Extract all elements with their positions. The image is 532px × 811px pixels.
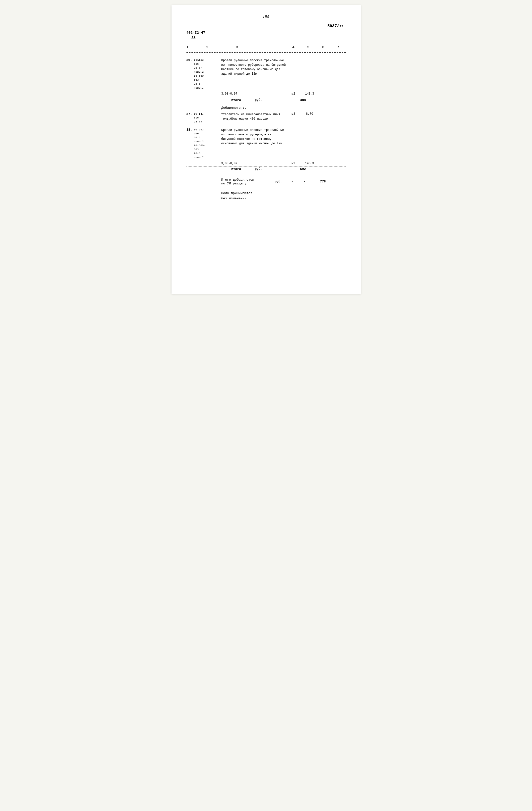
document-page: - 156 - 5937/ii 402-I2-47 II I 2 3 4 5 6… (171, 5, 361, 294)
header-bottom-dashed (186, 52, 346, 53)
entry-37-number: 37. (186, 112, 194, 124)
header-col5: 5 (301, 45, 316, 49)
entry-38-formula-qty: 145,3 (301, 162, 318, 165)
entry-38-unit (286, 128, 301, 160)
entry-37-c6 (318, 112, 331, 124)
entry-36-empty1 (318, 92, 331, 95)
itogo-dobavl-unit: руб. (271, 180, 286, 183)
entry-36-formula-qty: 143,3 (301, 92, 318, 95)
entry-37-code: I9-I4III628-7и (194, 112, 221, 124)
footnote: Полы принимаютсябез изменений (221, 191, 346, 201)
table-header-row: I 2 3 4 5 6 7 (186, 44, 346, 51)
entry-36-formula-indent (186, 92, 221, 95)
entry-36-itogo-dash2: - (278, 98, 291, 102)
entry-37: 37. I9-I4III628-7и Утеплитель из минерал… (186, 112, 346, 124)
entry-38-qty (301, 128, 318, 160)
entry-38-number: 38. (186, 128, 194, 160)
header-col7: 7 (331, 45, 346, 49)
entry-36-unit (286, 58, 301, 90)
entry-38-formula-unit: м2 (286, 162, 301, 165)
entry-38-desc: Кровли рулонные плоские трехслойные из г… (221, 128, 286, 160)
ref-code: 402-I2-47 (186, 31, 346, 35)
itogo-dobavl-val: 778 (311, 180, 326, 183)
doc-number: 5937/ii (186, 24, 346, 28)
entry-38-formula-row: 3,08-0,07 м2 145,3 (186, 162, 346, 165)
entry-37-main: 37. I9-I4III628-7и Утеплитель из минерал… (186, 112, 346, 124)
entry-36-c7 (331, 58, 346, 90)
entry-36-itogo-val: 388 (291, 98, 306, 102)
entry-38-itogo-dash2: - (278, 167, 291, 171)
entry-37-desc: Утеплитель из минераловатных плит толщ.6… (221, 112, 286, 124)
entry-38-formula-indent (186, 162, 221, 165)
entry-36-formula-row: 3,08-0,07 м2 143,3 (186, 92, 346, 95)
entry-37-c7 (331, 112, 346, 124)
entry-37-unit: м3 (286, 112, 301, 124)
entry-36-separator (186, 97, 346, 97)
itogo-dobavl-label: Итого добавляетсяпо УИ разделу (221, 178, 271, 185)
entry-36-formula-unit: м2 (286, 92, 301, 95)
entry-38-itogo: Итого руб. - - 692 (186, 167, 346, 171)
entry-38-itogo-val: 692 (291, 167, 306, 171)
entry-36-itogo: Итого руб. - - 388 (186, 98, 346, 102)
itogo-dobavl-row: Итого добавляетсяпо УИ разделу руб. - - … (186, 178, 346, 185)
entry-38-itogo-unit: руб. (251, 167, 266, 171)
header-col6: 6 (316, 45, 331, 49)
entry-37-qty: 8,70 (301, 112, 318, 124)
entry-36-formula: 3,08-0,07 (221, 92, 286, 95)
entry-36-itogo-unit: руб. (251, 98, 266, 102)
entry-36-itogo-label: Итого (221, 98, 251, 102)
entry-36-c6 (318, 58, 331, 90)
entry-36: 36. I6АЖ53-55626-6гприм.2I6-560-56326-6п… (186, 58, 346, 102)
itogo-dobavl-dash2: - (299, 180, 311, 183)
entry-38-main: 38. I6-553-55626-6гприм.2I6-560-563I6-6п… (186, 128, 346, 160)
header-col3: 3 (236, 45, 286, 49)
entry-38-itogo-dash1: - (266, 167, 278, 171)
entry-38-c7 (331, 128, 346, 160)
page-number: - 156 - (186, 15, 346, 19)
entry-36-number: 36. (186, 58, 194, 90)
entry-38-separator (186, 166, 346, 167)
entry-38: 38. I6-553-55626-6гприм.2I6-560-563I6-6п… (186, 128, 346, 171)
doc-number-suffix: ii (339, 25, 343, 28)
entry-36-code: I6АЖ53-55626-6гприм.2I6-560-56326-6прим.… (194, 58, 221, 90)
top-dashed-line (186, 42, 346, 42)
entry-38-empty2 (331, 162, 346, 165)
itogo-dobavl-dash1: - (286, 180, 299, 183)
entry-36-empty2 (331, 92, 346, 95)
doc-number-main: 5937/ (328, 24, 339, 28)
entry-38-code: I6-553-55626-6гприм.2I6-560-563I6-6прим.… (194, 128, 221, 160)
entry-38-itogo-label: Итого (221, 167, 251, 171)
header-col2: 2 (207, 45, 236, 49)
entry-38-empty1 (318, 162, 331, 165)
entry-38-formula: 3,08-0,07 (221, 162, 286, 165)
entry-36-desc: Кровли рулонные плоские трехслойные из г… (221, 58, 286, 90)
entry-36-qty (301, 58, 318, 90)
entry-36-main: 36. I6АЖ53-55626-6гприм.2I6-560-56326-6п… (186, 58, 346, 90)
ref-sub: II (186, 35, 346, 39)
dobavlyaetsya-label: Добавляется:. (221, 106, 346, 110)
header-col1: I (186, 45, 207, 49)
entry-36-itogo-dash1: - (266, 98, 278, 102)
header-col4: 4 (286, 45, 301, 49)
entry-38-c6 (318, 128, 331, 160)
